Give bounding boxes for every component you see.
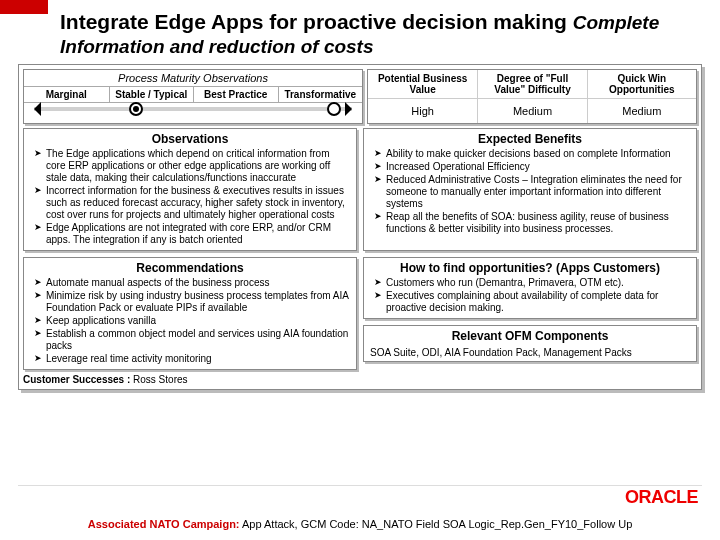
list-item: Reap all the benefits of SOA: business a… [374, 211, 690, 235]
value-header: Potential Business Value [368, 70, 477, 98]
slide-title: Integrate Edge Apps for proactive decisi… [60, 10, 702, 58]
title-line1: Integrate Edge Apps for proactive decisi… [60, 10, 567, 33]
brand-corner [0, 0, 48, 14]
maturity-meter [24, 102, 362, 117]
customer-successes: Customer Successes : Ross Stores [23, 374, 697, 385]
value-header: Degree of "Full Value" Difficulty [477, 70, 586, 98]
list-item: Ability to make quicker decisions based … [374, 148, 690, 160]
maturity-level: Stable / Typical [109, 87, 194, 102]
fm-heading: Relevant OFM Components [370, 329, 690, 343]
fm-card: Relevant OFM Components SOA Suite, ODI, … [363, 325, 697, 362]
list-item: Automate manual aspects of the business … [34, 277, 350, 289]
footer-text: App Attack, GCM Code: NA_NATO Field SOA … [240, 518, 633, 530]
list-item: Keep applications vanilla [34, 315, 350, 327]
footer-label: Associated NATO Campaign: [88, 518, 240, 530]
footer-line: Associated NATO Campaign: App Attack, GC… [0, 518, 720, 530]
maturity-marker-target-icon [327, 102, 341, 116]
howto-card: How to find opportunities? (Apps Custome… [363, 257, 697, 319]
list-item: Customers who run (Demantra, Primavera, … [374, 277, 690, 289]
fm-text: SOA Suite, ODI, AIA Foundation Pack, Man… [370, 347, 690, 358]
list-item: Leverage real time activity monitoring [34, 353, 350, 365]
observations-card: Observations The Edge applications which… [23, 128, 357, 251]
content-wrap: Process Maturity Observations Marginal S… [18, 64, 702, 390]
list-item: Incorrect information for the business &… [34, 185, 350, 221]
maturity-level: Marginal [24, 87, 109, 102]
maturity-marker-current-icon [129, 102, 143, 116]
value-header: Quick Win Opportunities [587, 70, 696, 98]
recommendations-card: Recommendations Automate manual aspects … [23, 257, 357, 370]
value-cell: High [368, 98, 477, 123]
observations-heading: Observations [30, 132, 350, 146]
cs-label: Customer Successes : [23, 374, 130, 385]
cs-value: Ross Stores [133, 374, 187, 385]
value-cell: Medium [477, 98, 586, 123]
list-item: Increased Operational Efficiency [374, 161, 690, 173]
maturity-level: Best Practice [193, 87, 278, 102]
list-item: Executives complaining about availabilit… [374, 290, 690, 314]
oracle-wordmark: ORACLE [625, 487, 698, 508]
process-maturity-title: Process Maturity Observations [24, 70, 362, 86]
value-table: Potential Business Value Degree of "Full… [367, 69, 697, 124]
oracle-logo: ORACLE [625, 487, 698, 508]
maturity-level: Transformative [278, 87, 363, 102]
value-cell: Medium [587, 98, 696, 123]
benefits-card: Expected Benefits Ability to make quicke… [363, 128, 697, 251]
list-item: Minimize risk by using industry business… [34, 290, 350, 314]
list-item: Establish a common object model and serv… [34, 328, 350, 352]
list-item: The Edge applications which depend on cr… [34, 148, 350, 184]
process-maturity-box: Process Maturity Observations Marginal S… [23, 69, 363, 124]
footer-divider [18, 485, 702, 486]
recommendations-heading: Recommendations [30, 261, 350, 275]
list-item: Edge Applications are not integrated wit… [34, 222, 350, 246]
list-item: Reduced Administrative Costs – Integrati… [374, 174, 690, 210]
howto-heading: How to find opportunities? (Apps Custome… [370, 261, 690, 275]
benefits-heading: Expected Benefits [370, 132, 690, 146]
